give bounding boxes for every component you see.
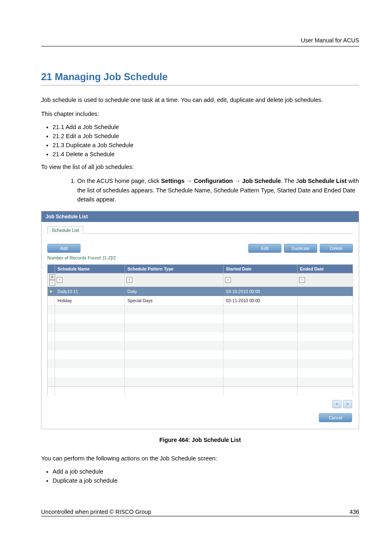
includes-list: 21.1 Add a Job Schedule 21.2 Edit a Job …: [41, 124, 359, 157]
section-heading: 21 Managing Job Schedule: [41, 71, 359, 86]
table-row[interactable]: Holiday Special Days 03-11-2010 00:00: [48, 296, 353, 305]
col-started[interactable]: Started Date: [224, 264, 297, 273]
step-text: On the ACUS home page, click: [77, 178, 161, 184]
table-header-row: Schedule Name Schedule Pattern Type Star…: [48, 264, 353, 273]
steps-list: On the ACUS home page, click Settings → …: [41, 176, 359, 204]
page-footer: Uncontrolled when printed © RISCO Group …: [41, 509, 359, 516]
col-pattern[interactable]: Schedule Pattern Type: [125, 264, 224, 273]
page-prev-button[interactable]: <: [332, 400, 341, 408]
list-item: Add a job schedule: [53, 468, 359, 475]
table-row: [48, 341, 353, 350]
cell-pattern: Daily: [125, 287, 224, 296]
page-next-button[interactable]: >: [343, 400, 352, 408]
panel-title: Job Schedule List: [42, 211, 359, 222]
filter-icon[interactable]: ▪: [127, 277, 132, 283]
edit-button[interactable]: Edit: [248, 244, 281, 253]
step-text: →: [184, 178, 194, 184]
table-row: [48, 387, 353, 396]
filter-icon[interactable]: ▪: [57, 277, 62, 283]
step-text: →: [233, 178, 242, 184]
filter-icon[interactable]: ▪: [299, 277, 305, 283]
table-row: [48, 350, 353, 359]
step-text: Settings: [161, 178, 184, 184]
doc-title: User Manual for ACUS: [301, 37, 359, 44]
tab-underline: [47, 234, 353, 234]
filter-icon[interactable]: ▨: [49, 274, 55, 280]
cancel-button[interactable]: Cancel: [319, 413, 352, 422]
page-header: User Manual for ACUS: [41, 37, 359, 46]
table-row: [48, 314, 353, 323]
pager: < >: [47, 396, 353, 411]
add-button[interactable]: Add: [47, 244, 81, 253]
step-text: ob Schedule List: [299, 178, 347, 184]
list-item: 21.3 Duplicate a Job Schedule: [53, 142, 359, 148]
list-item: 21.1 Add a Job Schedule: [53, 124, 359, 130]
delete-button[interactable]: Delete: [320, 244, 353, 253]
cell-pattern: Special Days: [125, 296, 224, 305]
filter-icon[interactable]: ▪: [49, 280, 55, 286]
list-item: 21.4 Delete a Schedule: [53, 151, 359, 157]
includes-label: This chapter includes:: [41, 109, 359, 118]
schedule-table: Schedule Name Schedule Pattern Type Star…: [47, 264, 353, 396]
table-row: [48, 359, 353, 368]
step-item: On the ACUS home page, click Settings → …: [77, 176, 359, 204]
cell-started: 03-10-2010 00:00: [224, 287, 297, 296]
cell-ended: [297, 287, 353, 296]
caret-right-icon: [50, 290, 53, 293]
footer-left: Uncontrolled when printed © RISCO Group: [41, 509, 151, 515]
job-schedule-panel: Job Schedule List Schedule List Add Edit…: [41, 211, 359, 429]
cell-name: Holiday: [55, 296, 125, 305]
table-row: [48, 377, 353, 387]
step-text: . The J: [281, 178, 299, 184]
row-marker: [48, 296, 55, 305]
tab-schedule-list[interactable]: Schedule List: [47, 226, 83, 234]
step-text: Job Schedule: [242, 178, 281, 184]
table-row[interactable]: Daily10-11 Daily 03-10-2010 00:00: [48, 287, 353, 296]
table-row: [48, 305, 353, 314]
table-row: [48, 368, 353, 377]
intro-paragraph: Job schedule is used to schedule one tas…: [41, 95, 359, 104]
filter-cell[interactable]: ▪: [125, 273, 224, 287]
col-marker: [48, 264, 55, 273]
list-item: 21.2 Edit a Job Schedule: [53, 133, 359, 139]
filter-cell[interactable]: ▪: [297, 273, 353, 287]
page-number: 436: [350, 509, 359, 515]
filter-cell[interactable]: ▪: [55, 273, 125, 287]
step-text: Configuration: [194, 178, 233, 184]
post-panel-intro: You can perform the following actions on…: [41, 454, 359, 463]
col-name[interactable]: Schedule Name: [55, 264, 125, 273]
table-row: [48, 323, 353, 332]
cell-started: 03-11-2010 00:00: [224, 296, 297, 305]
view-intro: To view the list of all job schedules:: [41, 162, 359, 171]
filter-cell[interactable]: ▪: [224, 273, 297, 287]
figure-caption: Figure 464: Job Schedule List: [41, 437, 359, 443]
list-item: Duplicate a job schedule: [53, 477, 359, 484]
col-ended[interactable]: Ended Date: [297, 264, 353, 273]
table-filter-row: ▨▪ ▪ ▪ ▪ ▪: [48, 273, 353, 287]
actions-list: Add a job schedule Duplicate a job sched…: [41, 468, 359, 484]
cell-ended: [297, 296, 353, 305]
duplicate-button[interactable]: Duplicate: [284, 244, 317, 253]
table-row: [48, 332, 353, 341]
filter-icon[interactable]: ▪: [225, 277, 231, 283]
cell-name: Daily10-11: [55, 287, 125, 296]
filter-cell[interactable]: ▨▪: [48, 273, 55, 287]
records-found-label: Number of Records Found: [1-2]/2: [47, 255, 353, 260]
row-marker: [48, 287, 55, 296]
